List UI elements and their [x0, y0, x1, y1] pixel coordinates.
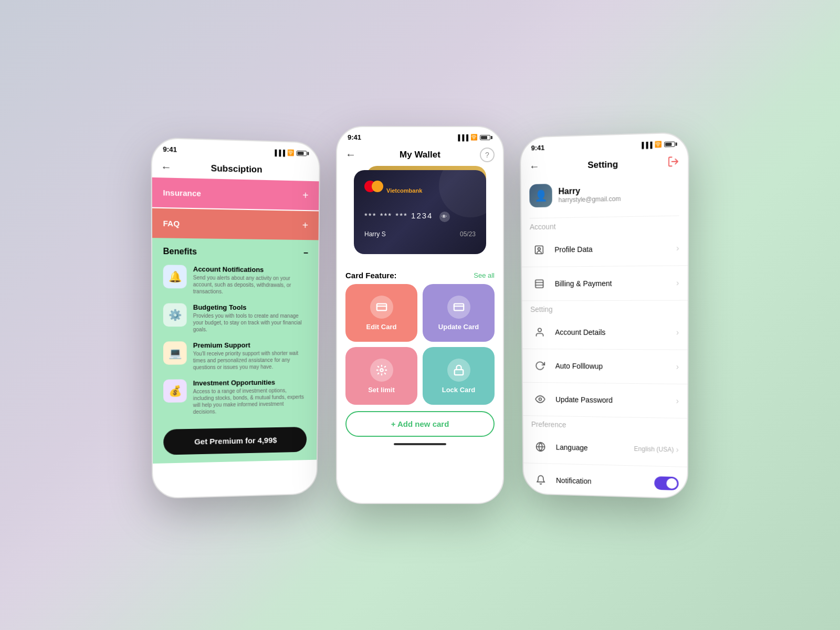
nav-bar-wallet: ← My Wallet ? — [337, 144, 503, 165]
benefit-budgeting: ⚙️ Budgeting Tools Provides you with too… — [163, 303, 308, 333]
profile-data-item[interactable]: Profile Data › — [521, 231, 688, 267]
faq-expand-icon: + — [302, 219, 309, 232]
faq-item[interactable]: FAQ + — [152, 208, 319, 240]
benefits-title: Benefits — [163, 247, 197, 257]
investment-icon: 💰 — [163, 379, 187, 403]
svg-point-8 — [538, 248, 540, 250]
svg-point-12 — [538, 328, 542, 332]
add-card-button[interactable]: + Add new card — [345, 411, 495, 437]
avatar: 👤 — [529, 184, 552, 207]
lock-card-feature[interactable]: Lock Card — [423, 347, 495, 405]
language-item[interactable]: Language English (USA) › — [523, 430, 687, 467]
svg-rect-9 — [536, 280, 543, 288]
signal-icon-r: ▐▐▐ — [640, 141, 653, 148]
edit-card-feature[interactable]: Edit Card — [345, 284, 417, 342]
status-time-center: 9:41 — [348, 133, 361, 141]
benefits-collapse-icon[interactable]: − — [303, 248, 308, 258]
update-password-label: Update Password — [555, 395, 613, 404]
account-details-icon — [530, 323, 549, 342]
wifi-icon: 🛜 — [287, 149, 295, 156]
benefits-section: Benefits − 🔔 Account Notifications Send … — [152, 238, 319, 464]
card-number: *** *** *** 1234 👁 — [364, 211, 476, 222]
svg-rect-0 — [376, 303, 386, 310]
back-button-subscription[interactable]: ← — [161, 161, 172, 173]
help-icon[interactable]: ? — [480, 148, 495, 162]
premium-button[interactable]: Get Premium for 4,99$ — [163, 427, 307, 455]
mastercard-logo — [364, 181, 383, 192]
language-label: Language — [556, 443, 588, 452]
account-details-item[interactable]: Account Details › — [522, 316, 688, 350]
signal-icon-c: ▐▐▐ — [456, 134, 468, 141]
phone-settings: 9:41 ▐▐▐ 🛜 ← Setting 👤 Ha — [520, 132, 689, 499]
profile-data-icon — [530, 240, 549, 259]
investment-title: Investment Opportunities — [193, 378, 307, 387]
lock-card-label: Lock Card — [442, 386, 476, 394]
set-limit-label: Set limit — [368, 386, 395, 394]
profile-name: Harry — [558, 185, 621, 196]
notification-left: Notification — [532, 470, 592, 490]
profile-data-label: Profile Data — [554, 245, 593, 254]
logout-icon[interactable] — [667, 155, 679, 170]
svg-rect-5 — [454, 370, 463, 375]
signal-icon: ▐▐▐ — [273, 149, 285, 156]
card-features-title: Card Feature: — [345, 271, 397, 280]
page-title-settings: Setting — [587, 159, 618, 171]
card-holder-name: Harry S — [364, 230, 386, 238]
notifications-text: Account Notifications Send you alerts ab… — [193, 265, 308, 296]
svg-point-13 — [539, 398, 541, 401]
profile-section: 👤 Harry harrystyle@gmail.com — [521, 174, 688, 218]
account-details-chevron: › — [676, 328, 679, 337]
notification-item: Notification — [523, 463, 687, 499]
page-title-subscription: Subsciption — [211, 163, 262, 175]
notification-toggle[interactable] — [654, 476, 678, 490]
svg-rect-7 — [535, 246, 543, 254]
back-button-settings[interactable]: ← — [529, 160, 540, 173]
see-all-button[interactable]: See all — [474, 271, 495, 279]
svg-point-4 — [380, 369, 383, 372]
insurance-item[interactable]: Insurance + — [152, 177, 319, 211]
notifications-title: Account Notifications — [193, 265, 308, 274]
status-time-left: 9:41 — [163, 145, 177, 153]
budgeting-title: Budgeting Tools — [193, 303, 308, 311]
phone-wallet: 9:41 ▐▐▐ 🛜 ← My Wallet ? — [336, 126, 504, 504]
subscription-content: Insurance + FAQ + Benefits − 🔔 Account N… — [152, 177, 319, 499]
status-bar-center: 9:41 ▐▐▐ 🛜 — [337, 127, 503, 144]
billing-item[interactable]: Billing & Payment › — [522, 266, 688, 301]
profile-info: Harry harrystyle@gmail.com — [558, 185, 621, 204]
account-section-title: Account — [521, 216, 688, 233]
auto-followup-left: Auto Folllowup — [531, 356, 603, 376]
battery-icon — [297, 150, 309, 156]
setting-section-title: Setting — [522, 301, 687, 316]
phones-container: 9:41 ▐▐▐ 🛜 ← Subsciption Insurance + FAQ — [152, 126, 688, 504]
budgeting-text: Budgeting Tools Provides you with tools … — [193, 303, 308, 333]
update-card-label: Update Card — [438, 323, 479, 331]
account-details-label: Account Details — [555, 328, 605, 337]
phone-subscription: 9:41 ▐▐▐ 🛜 ← Subsciption Insurance + FAQ — [151, 137, 320, 499]
profile-data-left: Profile Data — [530, 240, 593, 259]
investment-desc: Access to a range of investment options,… — [193, 387, 307, 415]
back-button-wallet[interactable]: ← — [345, 149, 356, 161]
auto-followup-item[interactable]: Auto Folllowup › — [522, 349, 687, 384]
update-password-left: Update Password — [531, 390, 613, 410]
card-eye-icon[interactable]: 👁 — [439, 212, 450, 222]
support-icon: 💻 — [163, 341, 187, 364]
status-icons-left: ▐▐▐ 🛜 — [273, 149, 309, 156]
status-icons-center: ▐▐▐ 🛜 — [456, 134, 492, 141]
language-chevron: › — [676, 445, 678, 455]
home-indicator-center — [394, 443, 446, 445]
set-limit-feature[interactable]: Set limit — [345, 347, 417, 405]
card-bottom: Harry S 05/23 — [364, 230, 476, 238]
status-time-right: 9:41 — [531, 144, 545, 152]
update-card-feature[interactable]: Update Card — [423, 284, 495, 342]
update-password-item[interactable]: Update Password › — [523, 383, 687, 419]
profile-data-chevron: › — [676, 244, 679, 253]
card-bank-row: Vietcombank — [364, 181, 476, 203]
status-icons-right: ▐▐▐ 🛜 — [640, 140, 677, 148]
settings-nav: ← Setting — [521, 151, 688, 178]
features-grid: Edit Card Update Card Set limit — [337, 284, 503, 405]
account-details-left: Account Details — [530, 323, 605, 342]
insurance-expand-icon: + — [302, 190, 309, 202]
language-icon — [531, 437, 550, 456]
benefit-support: 💻 Premium Support You'll receive priorit… — [163, 341, 308, 371]
budgeting-desc: Provides you with tools to create and ma… — [193, 312, 308, 333]
